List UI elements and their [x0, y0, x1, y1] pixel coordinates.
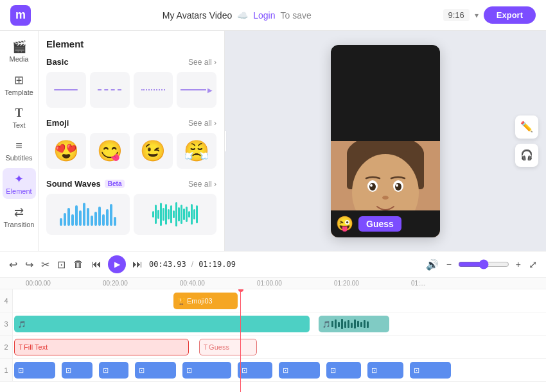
sound-waves-grid	[46, 194, 216, 235]
emoji-section-title: Emoji	[46, 118, 69, 128]
wink-emoji: 😉	[140, 139, 166, 163]
basic-item-arrow-line[interactable]	[177, 72, 216, 108]
export-button[interactable]: Export	[484, 6, 536, 24]
emoji03-clip[interactable]: 🏆 Emoji03	[173, 293, 238, 309]
current-time: 00:43.93	[149, 260, 186, 269]
sidebar-item-transition[interactable]: ⇄ Transition	[3, 201, 36, 232]
svg-rect-21	[357, 321, 359, 327]
svg-rect-14	[335, 320, 337, 328]
track-label-2: 2	[0, 336, 13, 358]
emoji-item-angry[interactable]: 😤	[177, 133, 216, 169]
undo-button[interactable]: ↩	[8, 257, 19, 272]
track-label-3: 3	[0, 312, 13, 335]
zoom-slider[interactable]	[458, 259, 509, 269]
track1-clip-5[interactable]: ⊡	[182, 362, 231, 379]
sidebar-item-template[interactable]: ⊞ Template	[3, 69, 36, 100]
preview-area: ‹	[225, 31, 546, 251]
fullscreen-button[interactable]: ⤢	[527, 257, 538, 272]
timeline-ruler: 00:00.00 00:20.00 00:40.00 01:00.00 01:2…	[0, 278, 546, 289]
track-row-2: 2 T Fill Text T Guess	[0, 336, 546, 359]
basic-see-all[interactable]: See all	[188, 58, 216, 67]
basic-item-solid-line[interactable]	[46, 72, 86, 108]
login-link[interactable]: Login	[253, 10, 275, 21]
aspect-ratio[interactable]: 9:16	[443, 9, 470, 21]
dropdown-arrow[interactable]: ▾	[475, 11, 479, 20]
headphones-tool-button[interactable]: 🎧	[515, 144, 538, 167]
tongue-emoji: 😋	[97, 139, 123, 163]
media-label: Media	[10, 55, 29, 63]
fill-text-clip[interactable]: T Fill Text	[14, 339, 189, 355]
rewind-button[interactable]: ⏮	[90, 257, 103, 271]
copy-button[interactable]: ⊡	[56, 257, 67, 272]
track1-clip-1[interactable]: ⊡	[14, 362, 55, 379]
volume-button[interactable]: 🔊	[425, 257, 440, 272]
sidebar-item-text[interactable]: T Text	[3, 103, 36, 133]
topbar: m My Avatars Video ☁️ Login To save 9:16…	[0, 0, 546, 31]
sound-wave-item-2[interactable]	[134, 194, 217, 235]
element-icon: ✦	[14, 172, 24, 186]
topbar-left: m	[10, 5, 31, 26]
track-content-2: T Fill Text T Guess	[13, 336, 546, 358]
beta-badge: Beta	[105, 180, 125, 188]
zoom-out-button[interactable]: −	[445, 258, 453, 271]
sidebar-item-element[interactable]: ✦ Element	[3, 168, 36, 199]
dashed-line-icon	[98, 89, 121, 90]
topbar-center: My Avatars Video ☁️ Login To save	[163, 10, 312, 21]
track1-clip-3[interactable]: ⊡	[99, 362, 128, 379]
emoji-item-tongue[interactable]: 😋	[90, 133, 130, 169]
element-label: Element	[6, 187, 31, 195]
sound-wave-item-1[interactable]	[46, 194, 130, 235]
ruler-mark-3: 01:00.00	[257, 280, 334, 287]
track1-clip-7[interactable]: ⊡	[279, 362, 320, 379]
track-label-1: 1	[0, 359, 13, 381]
track1-clip-2[interactable]: ⊡	[62, 362, 92, 379]
svg-rect-13	[331, 321, 333, 327]
main-area: 🎬 Media ⊞ Template T Text ≡ Subtitles ✦ …	[0, 31, 546, 251]
track-row-1: 1 ⊡ ⊡ ⊡ ⊡ ⊡ ⊡	[0, 359, 546, 382]
zoom-in-button[interactable]: +	[515, 258, 522, 271]
redo-button[interactable]: ↪	[24, 257, 35, 272]
svg-point-9	[370, 184, 373, 187]
transition-label: Transition	[4, 221, 35, 228]
emoji-items-grid: 😍 😋 😉 😤	[46, 133, 216, 169]
media-icon: 🎬	[12, 40, 26, 54]
sound-waves-see-all[interactable]: See all	[188, 180, 216, 189]
svg-point-7	[369, 183, 376, 191]
basic-item-dotted-line[interactable]	[134, 72, 173, 108]
sidebar-item-subtitles[interactable]: ≡ Subtitles	[3, 135, 36, 166]
left-nav: 🎬 Media ⊞ Template T Text ≡ Subtitles ✦ …	[0, 31, 39, 251]
guess-clip[interactable]: T Guess	[199, 339, 257, 355]
tracks-area: 4 🏆 Emoji03 3 🎵 🎵	[0, 289, 546, 392]
track3-main-clip[interactable]: 🎵	[14, 316, 310, 332]
cloud-icon: ☁️	[237, 10, 248, 21]
delete-button[interactable]: 🗑	[72, 257, 85, 271]
preview-top-black	[331, 45, 440, 141]
transition-icon: ⇄	[14, 205, 24, 219]
to-save-text: To save	[280, 10, 311, 21]
track1-clip-8[interactable]: ⊡	[326, 362, 361, 379]
emoji-item-wink[interactable]: 😉	[134, 133, 173, 169]
sidebar-item-media[interactable]: 🎬 Media	[3, 36, 36, 67]
emoji-see-all[interactable]: See all	[188, 119, 216, 128]
cut-button[interactable]: ✂	[40, 257, 51, 272]
track1-clip-10[interactable]: ⊡	[410, 362, 451, 379]
collapse-panel-button[interactable]: ‹	[225, 131, 226, 151]
track1-clip-4[interactable]: ⊡	[135, 362, 176, 379]
basic-section-header: Basic See all	[46, 57, 216, 67]
track1-clip-6[interactable]: ⊡	[238, 362, 272, 379]
playhead	[240, 289, 241, 392]
play-button[interactable]: ▶	[108, 255, 126, 273]
pencil-tool-button[interactable]: ✏️	[515, 115, 538, 139]
basic-item-dashed-line[interactable]	[90, 72, 130, 108]
template-label: Template	[4, 89, 33, 96]
svg-rect-17	[344, 321, 346, 328]
wave-teal-icon	[147, 197, 203, 232]
svg-point-8	[395, 183, 401, 191]
track1-clip-9[interactable]: ⊡	[367, 362, 403, 379]
track3-small-clip[interactable]: 🎵	[319, 316, 389, 332]
arrow-line-icon	[181, 87, 213, 94]
svg-point-11	[382, 196, 389, 200]
emoji-item-heart-eyes[interactable]: 😍	[46, 133, 86, 169]
text-icon: T	[15, 107, 22, 120]
forward-button[interactable]: ⏭	[131, 257, 144, 271]
